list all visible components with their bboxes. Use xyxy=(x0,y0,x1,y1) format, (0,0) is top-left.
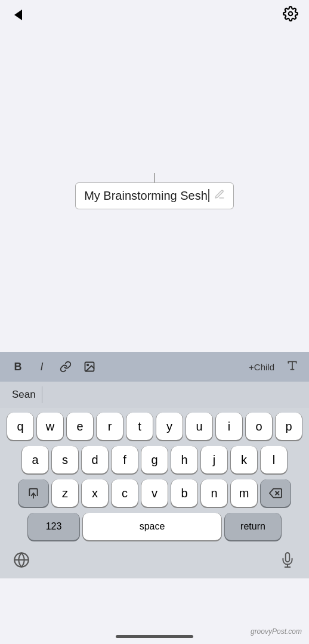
bold-button[interactable]: B xyxy=(7,356,29,377)
key-x[interactable]: x xyxy=(82,479,108,507)
key-y[interactable]: y xyxy=(156,413,183,440)
key-n[interactable]: n xyxy=(201,479,227,507)
link-button[interactable] xyxy=(55,356,76,377)
key-w[interactable]: w xyxy=(37,413,63,440)
add-child-button[interactable]: +Child xyxy=(245,360,278,374)
autocomplete-divider xyxy=(42,386,42,403)
key-u[interactable]: u xyxy=(186,413,212,440)
space-button[interactable]: space xyxy=(83,513,221,540)
close-keyboard-button[interactable] xyxy=(283,357,302,377)
key-t[interactable]: t xyxy=(126,413,153,440)
system-bottom-bar xyxy=(0,546,309,578)
key-z[interactable]: z xyxy=(52,479,78,507)
key-f[interactable]: f xyxy=(112,446,138,473)
key-row-2: a s d f g h j k l xyxy=(2,446,307,473)
top-bar xyxy=(0,0,309,30)
bold-label: B xyxy=(14,361,22,373)
key-p[interactable]: p xyxy=(276,413,302,440)
key-i[interactable]: i xyxy=(216,413,242,440)
key-m[interactable]: m xyxy=(231,479,257,507)
key-d[interactable]: d xyxy=(82,446,108,473)
watermark: groovyPost.com xyxy=(251,627,302,636)
key-row-bottom: 123 space return xyxy=(2,513,307,540)
key-h[interactable]: h xyxy=(171,446,197,473)
image-button[interactable] xyxy=(79,356,100,377)
node-text: My Brainstorming Sesh xyxy=(84,189,208,203)
back-button[interactable] xyxy=(10,7,26,23)
key-g[interactable]: g xyxy=(141,446,168,473)
key-k[interactable]: k xyxy=(231,446,257,473)
node-container: My Brainstorming Sesh xyxy=(75,173,234,209)
key-l[interactable]: l xyxy=(261,446,287,473)
key-r[interactable]: r xyxy=(97,413,123,440)
key-row-1: q w e r t y u i o p xyxy=(2,413,307,440)
settings-button[interactable] xyxy=(282,6,299,24)
cursor xyxy=(208,189,209,202)
key-a[interactable]: a xyxy=(22,446,48,473)
key-q[interactable]: q xyxy=(7,413,33,440)
backspace-button[interactable] xyxy=(261,479,291,507)
globe-button[interactable] xyxy=(12,550,31,569)
autocomplete-row: Sean xyxy=(0,382,309,408)
italic-label: I xyxy=(40,361,43,373)
svg-point-0 xyxy=(289,12,293,16)
key-row-3: z x c v b n m xyxy=(2,479,307,507)
format-toolbar: B I +Child xyxy=(0,352,309,382)
svg-point-2 xyxy=(87,364,89,366)
back-icon xyxy=(14,10,22,20)
italic-button[interactable]: I xyxy=(31,356,52,377)
key-c[interactable]: c xyxy=(112,479,138,507)
key-rows: q w e r t y u i o p a s d f g h j k l xyxy=(0,408,309,546)
home-indicator xyxy=(116,635,193,638)
autocomplete-word[interactable]: Sean xyxy=(6,389,42,401)
node-box[interactable]: My Brainstorming Sesh xyxy=(75,182,234,209)
keyboard-area: Sean q w e r t y u i o p a s d f g h j k… xyxy=(0,382,309,578)
key-j[interactable]: j xyxy=(201,446,227,473)
key-v[interactable]: v xyxy=(141,479,168,507)
key-b[interactable]: b xyxy=(171,479,197,507)
mic-button[interactable] xyxy=(278,550,297,569)
key-e[interactable]: e xyxy=(67,413,93,440)
return-button[interactable]: return xyxy=(225,513,281,540)
node-connector xyxy=(154,173,155,182)
key-o[interactable]: o xyxy=(246,413,272,440)
format-right: +Child xyxy=(245,357,302,377)
gear-icon xyxy=(283,6,298,24)
num-button[interactable]: 123 xyxy=(28,513,79,540)
canvas-area: My Brainstorming Sesh xyxy=(0,30,309,352)
edit-icon xyxy=(214,189,225,202)
key-s[interactable]: s xyxy=(52,446,78,473)
shift-button[interactable] xyxy=(18,479,48,507)
